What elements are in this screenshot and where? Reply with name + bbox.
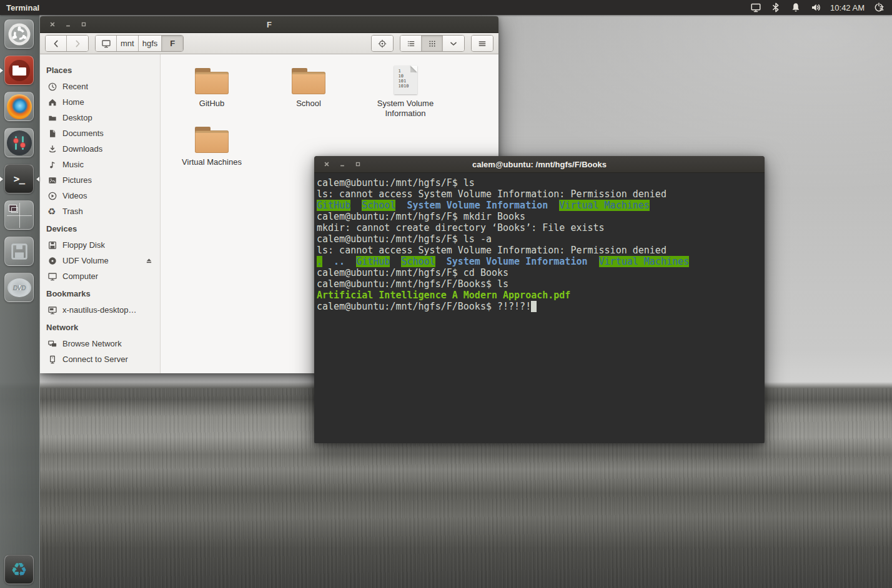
grid-view-icon[interactable] (422, 36, 443, 51)
terminal-line: calem@ubuntu:/mnt/hgfs/F$ ls -a (317, 233, 762, 245)
dock-item-terminal[interactable]: >_ (4, 164, 34, 194)
system-tray: 10:42 AM (750, 2, 892, 13)
forward-button[interactable] (67, 36, 88, 51)
terminal-line: calem@ubuntu:/mnt/hgfs/F/Books$ ls (317, 278, 762, 290)
terminal-line: calem@ubuntu:/mnt/hgfs/F/Books$ ?!?!?! (317, 301, 762, 312)
sidebar-item-trash[interactable]: ♻Trash (40, 203, 160, 219)
dock-item-workspace-switcher[interactable] (4, 200, 34, 230)
terminal-line: ls: cannot access System Volume Informat… (317, 189, 762, 200)
display-icon[interactable] (750, 2, 761, 13)
files-titlebar[interactable]: F (40, 16, 498, 33)
document-icon (47, 129, 57, 139)
terminal-line: calem@ubuntu:/mnt/hgfs/F$ cd Books (317, 267, 762, 278)
sidebar-section-devices: Devices (40, 219, 160, 237)
computer-icon[interactable] (96, 36, 117, 51)
terminal-line: Artificial Intelligence A Modern Approac… (317, 290, 762, 301)
computer-icon (47, 272, 57, 282)
close-icon[interactable] (48, 21, 56, 29)
terminal-window-title: calem@ubuntu: /mnt/hgfs/F/Books (314, 160, 765, 169)
minimize-icon[interactable] (338, 160, 346, 169)
dock-item-firefox[interactable] (4, 92, 34, 121)
sidebar-item-home[interactable]: Home (40, 94, 160, 110)
eject-icon[interactable] (144, 256, 154, 265)
maximize-icon[interactable] (354, 160, 362, 169)
back-button[interactable] (46, 36, 67, 51)
maximize-icon[interactable] (79, 21, 87, 29)
window-controls (314, 160, 362, 169)
sidebar-item-recent[interactable]: Recent (40, 79, 160, 94)
terminal-cursor (531, 301, 537, 312)
sidebar-item-floppy-disk[interactable]: Floppy Disk (40, 237, 160, 253)
video-icon (47, 191, 57, 201)
bluetooth-icon[interactable] (770, 2, 781, 13)
dock-item-dash-home[interactable] (4, 19, 34, 49)
sidebar-item-udf-volume[interactable]: UDF Volume (40, 253, 160, 268)
dvd-icon: DVD (7, 278, 31, 297)
dock-item-trash[interactable]: ♻ (4, 555, 34, 584)
close-icon[interactable] (322, 160, 330, 169)
sidebar-section-places: Places (40, 61, 160, 79)
home-icon (47, 97, 57, 107)
running-indicator (0, 68, 3, 73)
launcher-dock: >_DVD♻ (0, 15, 40, 588)
dock-item-system-settings[interactable] (4, 128, 34, 157)
folder-icon (292, 68, 325, 94)
sidebar-section-network: Network (40, 318, 160, 336)
running-indicator (0, 177, 3, 182)
menu-icon[interactable] (472, 36, 493, 51)
sidebar-item-browse-network[interactable]: Browse Network (40, 336, 160, 351)
terminal-icon: >_ (14, 173, 24, 185)
terminal-line: calem@ubuntu:/mnt/hgfs/F$ ls (317, 177, 762, 189)
file-item-system-volume-information[interactable]: 1 10 101 1010System Volume Information (365, 64, 446, 119)
disc-icon (47, 256, 57, 266)
list-view-icon[interactable] (400, 36, 422, 51)
sidebar-item-connect-to-server[interactable]: Connect to Server (40, 351, 160, 367)
files-sidebar: PlacesRecentHomeDesktopDocumentsDownload… (40, 54, 161, 373)
panel-clock[interactable]: 10:42 AM (830, 3, 865, 12)
folder-icon (195, 68, 229, 94)
chevron-down-icon[interactable] (443, 36, 464, 51)
session-power-icon[interactable] (873, 2, 885, 13)
files-toolbar: mnthgfsF (40, 33, 498, 54)
sidebar-item-desktop[interactable]: Desktop (40, 110, 160, 125)
floppy-icon (9, 241, 30, 262)
nav-buttons (45, 35, 89, 52)
minimize-icon[interactable] (64, 21, 72, 29)
ubuntu-logo-icon (7, 22, 32, 47)
focused-indicator (36, 177, 39, 182)
breadcrumb: mnthgfsF (95, 35, 184, 52)
file-item-school[interactable]: School (268, 64, 349, 109)
window-controls (40, 21, 87, 29)
clock-icon (47, 82, 57, 92)
dock-item-files[interactable] (4, 56, 34, 85)
terminal-line: mkdir: cannot create directory ‘Books’: … (317, 222, 762, 233)
sidebar-item-x-nautilus-desktop-[interactable]: x-nautilus-desktop… (40, 302, 160, 318)
sidebar-item-computer[interactable]: Computer (40, 268, 160, 284)
desktop-folder-icon (47, 113, 57, 123)
sidebar-item-pictures[interactable]: Pictures (40, 172, 160, 188)
terminal-window: calem@ubuntu: /mnt/hgfs/F/Books calem@ub… (314, 156, 765, 443)
dock-item-floppy-drive[interactable] (4, 237, 34, 266)
sidebar-item-downloads[interactable]: Downloads (40, 141, 160, 157)
terminal-output[interactable]: calem@ubuntu:/mnt/hgfs/F$ lsls: cannot a… (314, 173, 765, 443)
terminal-line: GitHub School System Volume Information … (317, 200, 762, 211)
notifications-icon[interactable] (790, 2, 801, 13)
file-item-virtual-machines[interactable]: Virtual Machines (171, 123, 252, 167)
view-switcher (400, 35, 465, 52)
dock-item-dvd-drive[interactable]: DVD (4, 273, 34, 302)
terminal-titlebar[interactable]: calem@ubuntu: /mnt/hgfs/F/Books (314, 156, 765, 173)
menu-group (471, 35, 493, 52)
recycle-icon: ♻ (47, 207, 57, 217)
picture-icon (47, 175, 57, 185)
search-group (371, 35, 394, 52)
volume-icon[interactable] (810, 2, 821, 13)
breadcrumb-hgfs[interactable]: hgfs (139, 36, 162, 51)
top-panel: Terminal 10:42 AM (0, 0, 892, 15)
breadcrumb-f[interactable]: F (162, 36, 183, 51)
breadcrumb-mnt[interactable]: mnt (117, 36, 139, 51)
file-item-github[interactable]: GitHub (171, 64, 252, 109)
search-location-icon[interactable] (372, 36, 393, 51)
sidebar-item-music[interactable]: Music (40, 157, 160, 172)
sidebar-item-videos[interactable]: Videos (40, 188, 160, 203)
sidebar-item-documents[interactable]: Documents (40, 125, 160, 141)
